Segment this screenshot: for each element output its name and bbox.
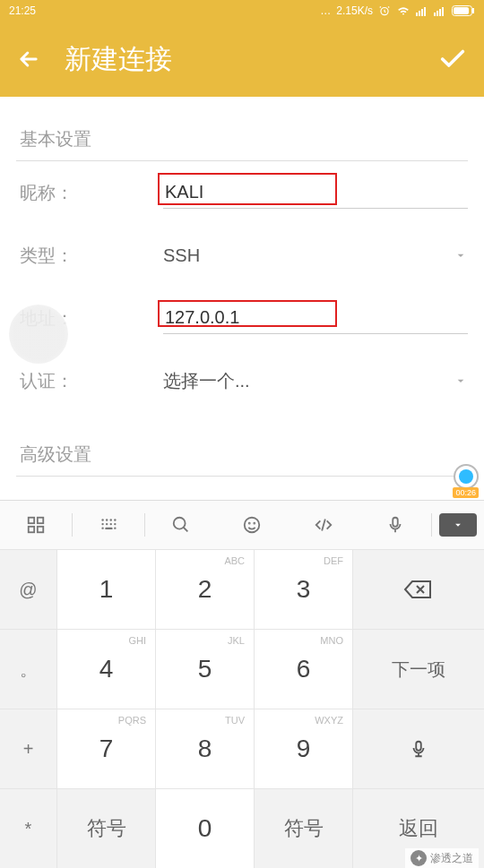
back-icon[interactable] [16, 47, 41, 72]
key-0[interactable]: 0 [156, 788, 255, 868]
auth-label: 认证： [16, 369, 163, 393]
svg-point-23 [114, 523, 116, 525]
wifi-icon [396, 4, 411, 17]
svg-point-27 [173, 518, 185, 529]
recording-time: 00:26 [453, 487, 479, 498]
type-value: SSH [163, 245, 200, 266]
svg-point-19 [114, 519, 116, 520]
svg-rect-32 [416, 742, 421, 751]
svg-rect-1 [416, 13, 418, 16]
key-5[interactable]: 5JKL [156, 629, 255, 709]
key-symbol-2[interactable]: 符号 [255, 788, 353, 868]
kb-tool-keyboard-icon[interactable] [73, 501, 144, 549]
svg-rect-3 [421, 9, 423, 16]
svg-point-29 [249, 523, 250, 524]
signal-icon-2 [434, 5, 446, 16]
key-7[interactable]: 7PQRS [57, 709, 156, 788]
svg-rect-13 [38, 518, 43, 523]
auth-dropdown[interactable]: 选择一个... [163, 349, 468, 412]
type-dropdown[interactable]: SSH [163, 224, 468, 287]
alarm-icon [378, 4, 391, 17]
type-label: 类型： [16, 244, 163, 268]
recording-dot-icon [454, 464, 479, 489]
watermark: ✦ 渗透之道 [405, 848, 479, 868]
key-backspace[interactable] [353, 549, 484, 629]
kb-collapse-button[interactable] [432, 513, 484, 537]
signal-icon-1 [416, 5, 428, 16]
svg-point-22 [109, 523, 111, 525]
chevron-down-icon [454, 248, 468, 262]
key-next[interactable]: 下一项 [353, 629, 484, 709]
svg-point-28 [245, 518, 260, 533]
svg-rect-10 [454, 7, 469, 14]
svg-point-17 [106, 519, 108, 520]
svg-point-16 [101, 519, 103, 520]
battery-icon [452, 5, 475, 16]
svg-point-20 [101, 523, 103, 525]
svg-point-18 [109, 519, 111, 520]
svg-rect-4 [424, 7, 426, 16]
svg-point-26 [114, 527, 116, 529]
key-period[interactable]: 。 [0, 629, 57, 709]
app-header: 新建连接 [0, 21, 484, 97]
keyboard: @ 1 2ABC 3DEF 。 4GHI 5JKL 6MNO 下一项 + 7PQ… [0, 500, 484, 868]
section-basic: 基本设置 [16, 97, 468, 161]
keyboard-grid: @ 1 2ABC 3DEF 。 4GHI 5JKL 6MNO 下一项 + 7PQ… [0, 549, 484, 868]
auth-value: 选择一个... [163, 369, 250, 393]
svg-rect-6 [436, 11, 438, 16]
key-4[interactable]: 4GHI [57, 629, 156, 709]
key-3[interactable]: 3DEF [255, 549, 353, 629]
chevron-down-icon [454, 374, 468, 388]
key-star[interactable]: * [0, 788, 57, 868]
form-content: 基本设置 昵称： 类型： SSH 地址： 认证： 选择一个... 高级设置 [0, 97, 484, 477]
svg-point-21 [106, 523, 108, 525]
status-speed: 2.15K/s [336, 4, 373, 17]
kb-tool-code-icon[interactable] [288, 501, 359, 549]
svg-rect-31 [393, 518, 398, 527]
address-input[interactable] [163, 302, 468, 334]
svg-rect-8 [442, 7, 444, 16]
kb-tool-grid-icon[interactable] [0, 501, 72, 549]
svg-point-30 [255, 523, 255, 524]
svg-rect-15 [38, 527, 43, 532]
wechat-icon: ✦ [411, 850, 427, 866]
page-title: 新建连接 [65, 41, 414, 78]
kb-tool-search-icon[interactable] [145, 501, 217, 549]
key-symbol[interactable]: 符号 [57, 788, 156, 868]
status-bar: 21:25 … 2.15K/s [0, 0, 484, 21]
status-right: … 2.15K/s [320, 4, 475, 17]
svg-rect-14 [29, 527, 34, 532]
svg-rect-25 [105, 528, 112, 529]
key-9[interactable]: 9WXYZ [255, 709, 353, 788]
svg-rect-11 [472, 8, 474, 13]
section-advanced: 高级设置 [16, 412, 468, 477]
row-type: 类型： SSH [16, 224, 468, 287]
key-2[interactable]: 2ABC [156, 549, 255, 629]
address-label: 地址： [16, 306, 163, 331]
status-time: 21:25 [9, 4, 36, 17]
key-6[interactable]: 6MNO [255, 629, 353, 709]
svg-point-24 [101, 527, 103, 529]
key-voice[interactable] [353, 709, 484, 788]
key-1[interactable]: 1 [57, 549, 156, 629]
recording-badge[interactable]: 00:26 [453, 464, 479, 498]
confirm-icon[interactable] [437, 44, 468, 74]
status-dots: … [320, 4, 331, 17]
svg-rect-2 [419, 11, 420, 16]
svg-rect-7 [439, 9, 441, 16]
svg-rect-5 [434, 13, 436, 16]
key-at[interactable]: @ [0, 549, 57, 629]
row-nickname: 昵称： [16, 161, 468, 224]
nickname-label: 昵称： [16, 181, 163, 205]
kb-tool-mic-icon[interactable] [359, 501, 431, 549]
nickname-input[interactable] [163, 176, 468, 209]
keyboard-toolbar [0, 501, 484, 549]
watermark-text: 渗透之道 [430, 851, 473, 866]
svg-rect-12 [29, 518, 34, 523]
row-address: 地址： [16, 287, 468, 349]
key-8[interactable]: 8TUV [156, 709, 255, 788]
row-auth: 认证： 选择一个... [16, 349, 468, 412]
kb-tool-emoji-icon[interactable] [216, 501, 288, 549]
key-plus[interactable]: + [0, 709, 57, 788]
